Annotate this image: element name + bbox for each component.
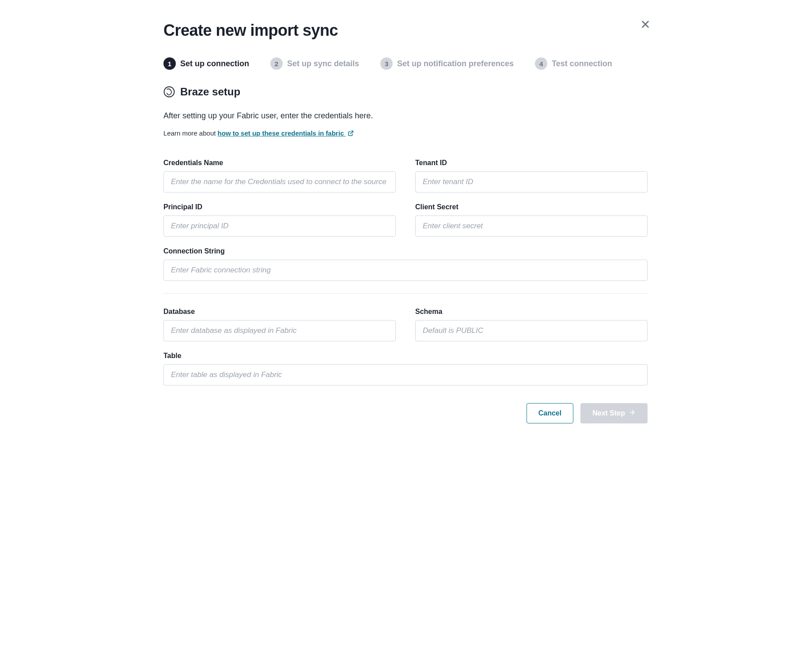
cancel-button-label: Cancel — [538, 409, 561, 417]
step-1[interactable]: 1 Set up connection — [163, 57, 249, 70]
label-tenant-id: Tenant ID — [415, 159, 648, 167]
input-client-secret[interactable] — [415, 215, 648, 237]
field-tenant-id: Tenant ID — [415, 159, 648, 193]
help-prefix: Learn more about — [163, 129, 218, 137]
database-form: Database Schema Table — [163, 308, 648, 385]
section-header: Braze setup — [163, 86, 648, 98]
label-connection-string: Connection String — [163, 247, 648, 255]
input-database[interactable] — [163, 320, 396, 341]
step-number: 3 — [380, 57, 393, 70]
next-step-button-label: Next Step — [592, 409, 625, 417]
step-3[interactable]: 3 Set up notification preferences — [380, 57, 514, 70]
modal-container: Create new import sync 1 Set up connecti… — [135, 0, 676, 441]
help-link-text: how to set up these credentials in fabri… — [218, 129, 344, 137]
field-schema: Schema — [415, 308, 648, 341]
input-credentials-name[interactable] — [163, 171, 396, 193]
field-database: Database — [163, 308, 396, 341]
help-text: Learn more about how to set up these cre… — [163, 129, 648, 138]
help-link[interactable]: how to set up these credentials in fabri… — [218, 129, 354, 137]
field-table: Table — [163, 352, 648, 385]
input-connection-string[interactable] — [163, 260, 648, 281]
field-connection-string: Connection String — [163, 247, 648, 281]
label-database: Database — [163, 308, 396, 316]
step-4[interactable]: 4 Test connection — [535, 57, 612, 70]
external-link-icon — [348, 130, 354, 138]
step-number: 4 — [535, 57, 547, 70]
section-description: After setting up your Fabric user, enter… — [163, 111, 648, 121]
label-credentials-name: Credentials Name — [163, 159, 396, 167]
cancel-button[interactable]: Cancel — [527, 403, 573, 423]
step-label: Set up connection — [180, 59, 249, 68]
close-button[interactable] — [637, 16, 654, 34]
label-principal-id: Principal ID — [163, 203, 396, 211]
credentials-form: Credentials Name Tenant ID Principal ID … — [163, 159, 648, 281]
braze-icon — [163, 86, 175, 98]
input-tenant-id[interactable] — [415, 171, 648, 193]
section-divider — [163, 293, 648, 294]
step-label: Test connection — [552, 59, 612, 68]
arrow-right-icon — [629, 409, 636, 418]
page-title: Create new import sync — [163, 21, 648, 40]
input-schema[interactable] — [415, 320, 648, 341]
svg-point-2 — [164, 87, 174, 97]
section-title: Braze setup — [180, 86, 240, 98]
input-principal-id[interactable] — [163, 215, 396, 237]
stepper: 1 Set up connection 2 Set up sync detail… — [163, 57, 648, 70]
label-schema: Schema — [415, 308, 648, 316]
close-icon — [640, 24, 650, 30]
field-credentials-name: Credentials Name — [163, 159, 396, 193]
step-label: Set up sync details — [287, 59, 359, 68]
label-table: Table — [163, 352, 648, 360]
step-number: 2 — [270, 57, 283, 70]
label-client-secret: Client Secret — [415, 203, 648, 211]
step-label: Set up notification preferences — [397, 59, 514, 68]
step-2[interactable]: 2 Set up sync details — [270, 57, 359, 70]
field-client-secret: Client Secret — [415, 203, 648, 237]
field-principal-id: Principal ID — [163, 203, 396, 237]
step-number: 1 — [163, 57, 176, 70]
footer-actions: Cancel Next Step — [163, 403, 648, 423]
svg-line-3 — [350, 131, 352, 133]
next-step-button[interactable]: Next Step — [580, 403, 648, 423]
input-table[interactable] — [163, 364, 648, 385]
